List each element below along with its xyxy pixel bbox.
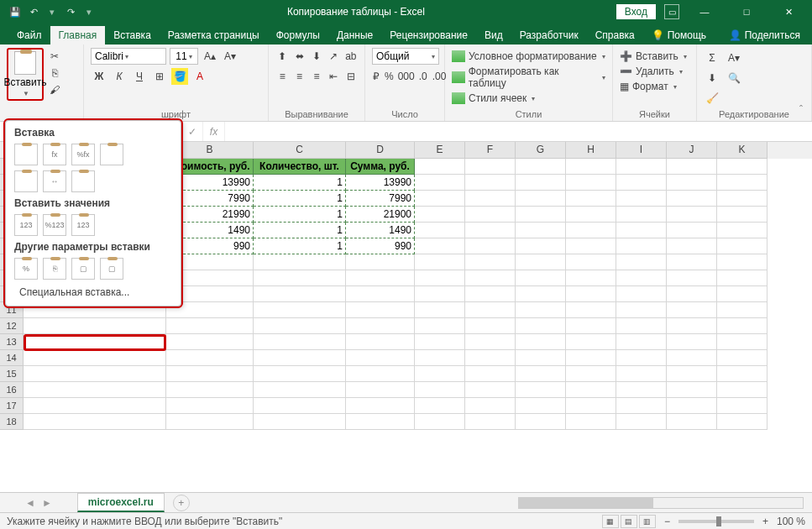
cell[interactable] xyxy=(465,414,516,430)
minimize-button[interactable]: — xyxy=(688,0,721,24)
paste-no-borders-icon[interactable] xyxy=(14,170,38,192)
row-header[interactable]: 12 xyxy=(0,318,24,334)
cell[interactable] xyxy=(717,159,767,175)
cell[interactable] xyxy=(465,286,516,302)
qat-customize-icon[interactable]: ▾ xyxy=(82,5,96,18)
add-sheet-button[interactable]: + xyxy=(173,495,190,511)
paste-formatting-icon[interactable]: % xyxy=(14,258,38,280)
currency-icon[interactable]: ₽ xyxy=(372,68,380,85)
cell[interactable] xyxy=(616,414,667,430)
cell[interactable]: 1 xyxy=(254,238,346,254)
cell[interactable] xyxy=(465,175,516,191)
cell[interactable] xyxy=(667,398,717,414)
cell[interactable] xyxy=(566,302,616,318)
tab-insert[interactable]: Вставка xyxy=(105,26,160,45)
paste-button[interactable]: Вставить ▼ xyxy=(7,48,44,101)
redo-icon[interactable]: ↷ xyxy=(64,5,77,18)
paste-formulas-icon[interactable]: fx xyxy=(43,144,66,165)
cell[interactable]: 1 xyxy=(254,175,346,191)
zoom-thumb[interactable] xyxy=(716,516,721,526)
cell[interactable] xyxy=(24,382,166,398)
cell[interactable] xyxy=(616,366,667,382)
font-size-select[interactable]: 11▾ xyxy=(170,48,198,65)
paste-keep-widths-icon[interactable]: ↔ xyxy=(43,170,66,192)
cell[interactable] xyxy=(667,382,717,398)
cell[interactable] xyxy=(616,238,667,254)
orientation-icon[interactable]: ↗ xyxy=(327,48,340,65)
cell[interactable] xyxy=(717,254,767,270)
paste-values-numfmt-icon[interactable]: %123 xyxy=(43,214,66,236)
cell[interactable] xyxy=(516,334,566,350)
align-middle-icon[interactable]: ⬌ xyxy=(292,48,306,65)
cell[interactable] xyxy=(346,302,415,318)
cell[interactable] xyxy=(415,191,465,207)
cell[interactable] xyxy=(566,175,616,191)
cell[interactable] xyxy=(254,270,346,286)
cell[interactable] xyxy=(415,238,465,254)
zoom-in-icon[interactable]: + xyxy=(762,516,768,527)
cell[interactable] xyxy=(415,414,465,430)
cell[interactable] xyxy=(346,414,415,430)
cell[interactable] xyxy=(667,302,717,318)
cell[interactable] xyxy=(717,191,767,207)
cell[interactable] xyxy=(415,159,465,175)
cell[interactable] xyxy=(516,398,566,414)
paste-values-source-icon[interactable]: 123 xyxy=(71,214,95,236)
cell[interactable]: 13990 xyxy=(346,175,415,191)
cell[interactable] xyxy=(717,318,767,334)
cell[interactable] xyxy=(516,302,566,318)
cell[interactable] xyxy=(667,254,717,270)
page-break-view-icon[interactable]: ▥ xyxy=(639,515,656,528)
sheet-next-icon[interactable]: ► xyxy=(42,497,52,509)
tab-file[interactable]: Файл xyxy=(8,26,50,45)
close-button[interactable]: ✕ xyxy=(772,0,805,24)
cell[interactable] xyxy=(166,350,254,366)
formula-input[interactable] xyxy=(225,122,812,141)
zoom-slider[interactable] xyxy=(678,520,754,523)
cell[interactable] xyxy=(166,318,254,334)
row-header[interactable]: 13 xyxy=(0,334,24,350)
paste-special-menu-item[interactable]: Специальная вставка... xyxy=(9,282,177,302)
insert-cells-button[interactable]: ➕Вставить▾ xyxy=(620,50,689,63)
cell[interactable] xyxy=(516,318,566,334)
cut-icon[interactable]: ✂ xyxy=(47,50,62,63)
copy-icon[interactable]: ⎘ xyxy=(47,66,62,80)
cell[interactable] xyxy=(667,175,717,191)
cell[interactable] xyxy=(717,238,767,254)
cell[interactable] xyxy=(566,286,616,302)
cell[interactable] xyxy=(24,350,166,366)
cell[interactable] xyxy=(415,382,465,398)
cell[interactable] xyxy=(667,270,717,286)
cell[interactable] xyxy=(566,366,616,382)
cell[interactable] xyxy=(346,398,415,414)
cell[interactable] xyxy=(254,398,346,414)
percent-icon[interactable]: % xyxy=(384,68,395,85)
page-layout-view-icon[interactable]: ▤ xyxy=(621,515,637,528)
normal-view-icon[interactable]: ▦ xyxy=(602,515,619,528)
cell[interactable] xyxy=(465,159,516,175)
cell[interactable]: 1490 xyxy=(346,223,415,238)
format-as-table-button[interactable]: Форматировать как таблицу▾ xyxy=(452,65,605,90)
cell[interactable]: 1 xyxy=(254,191,346,207)
align-top-icon[interactable]: ⬆ xyxy=(275,48,289,65)
cell[interactable] xyxy=(254,414,346,430)
cell[interactable] xyxy=(465,318,516,334)
cell[interactable] xyxy=(465,270,516,286)
cell[interactable] xyxy=(717,286,767,302)
cell[interactable] xyxy=(616,334,667,350)
cell-styles-button[interactable]: Стили ячеек▾ xyxy=(452,92,605,105)
cell[interactable] xyxy=(415,254,465,270)
col-header-e[interactable]: E xyxy=(415,142,465,159)
cell[interactable] xyxy=(616,286,667,302)
cell[interactable] xyxy=(346,334,415,350)
cell[interactable] xyxy=(465,350,516,366)
align-bottom-icon[interactable]: ⬇ xyxy=(310,48,323,65)
cell[interactable] xyxy=(516,366,566,382)
cell[interactable] xyxy=(254,302,346,318)
cell[interactable] xyxy=(667,159,717,175)
cell[interactable] xyxy=(465,334,516,350)
cell[interactable] xyxy=(717,270,767,286)
cell[interactable] xyxy=(566,159,616,175)
paste-picture-icon[interactable]: ▢ xyxy=(71,258,95,280)
cell[interactable]: 21900 xyxy=(346,207,415,223)
